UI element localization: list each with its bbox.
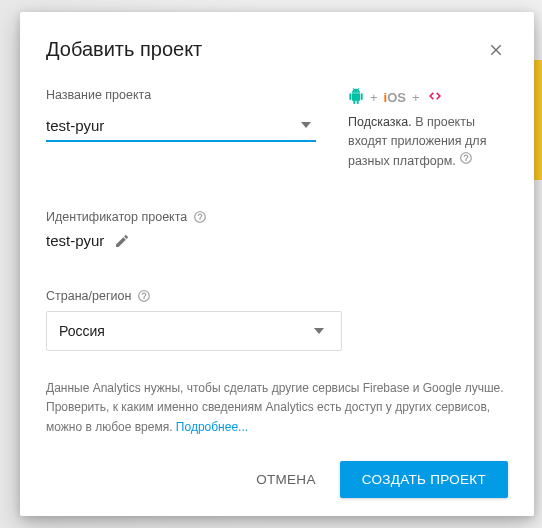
close-icon (487, 41, 505, 59)
help-icon[interactable] (459, 151, 473, 165)
hint-bold: Подсказка. (348, 115, 412, 129)
project-name-input[interactable] (46, 113, 296, 138)
cancel-button[interactable]: ОТМЕНА (240, 462, 332, 497)
chevron-down-icon (309, 328, 329, 334)
pencil-icon (114, 233, 130, 249)
dialog-title: Добавить проект (46, 38, 202, 61)
analytics-disclaimer: Данные Analytics нужны, чтобы сделать др… (46, 379, 508, 437)
edit-button[interactable] (114, 233, 130, 249)
close-button[interactable] (484, 38, 508, 62)
create-project-button[interactable]: СОЗДАТЬ ПРОЕКТ (340, 461, 508, 498)
dialog-actions: ОТМЕНА СОЗДАТЬ ПРОЕКТ (46, 461, 508, 498)
region-label: Страна/регион (46, 289, 131, 303)
plus-separator-2: + (412, 90, 420, 105)
analytics-text: Данные Analytics нужны, чтобы сделать др… (46, 381, 504, 433)
project-id-value: test-pyur (46, 232, 104, 249)
project-id-label: Идентификатор проекта (46, 210, 187, 224)
web-icon (426, 89, 444, 106)
add-project-dialog: Добавить проект Название проекта + iOS + (20, 12, 534, 516)
chevron-down-icon[interactable] (296, 122, 316, 128)
region-value: Россия (59, 323, 309, 339)
dialog-header: Добавить проект (46, 38, 508, 62)
android-icon (348, 88, 364, 107)
hint-text: Подсказка. В проекты входят приложения д… (348, 113, 508, 170)
ios-icon: iOS (384, 90, 406, 105)
plus-separator-1: + (370, 90, 378, 105)
project-name-label: Название проекта (46, 88, 316, 102)
project-id-label-row: Идентификатор проекта (46, 210, 508, 224)
platform-icons-row: + iOS + (348, 88, 508, 107)
learn-more-link[interactable]: Подробнее... (176, 420, 248, 434)
help-icon[interactable] (193, 210, 207, 224)
help-icon[interactable] (137, 289, 151, 303)
region-select[interactable]: Россия (46, 311, 342, 351)
project-name-field[interactable] (46, 110, 316, 142)
region-label-row: Страна/регион (46, 289, 508, 303)
